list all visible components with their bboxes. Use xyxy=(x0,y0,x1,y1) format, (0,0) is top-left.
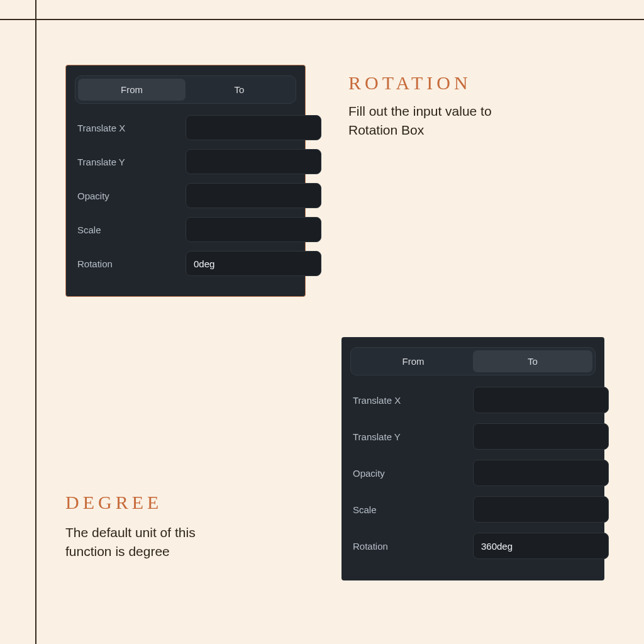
label-translate-x: Translate X xyxy=(75,123,186,133)
caption-degree: The default unit of this function is deg… xyxy=(65,523,229,562)
row-opacity: Opacity xyxy=(350,460,596,486)
input-translate-x[interactable] xyxy=(186,115,321,140)
label-rotation: Rotation xyxy=(75,258,186,269)
row-scale: Scale xyxy=(75,217,296,242)
row-rotation: Rotation xyxy=(350,533,596,559)
row-scale: Scale xyxy=(350,496,596,523)
label-scale: Scale xyxy=(350,504,473,515)
heading-rotation: ROTATION xyxy=(348,72,472,94)
input-rotation[interactable] xyxy=(186,251,321,276)
row-opacity: Opacity xyxy=(75,183,296,208)
input-scale[interactable] xyxy=(473,496,609,523)
label-opacity: Opacity xyxy=(75,191,186,201)
input-opacity[interactable] xyxy=(473,460,609,486)
input-translate-x[interactable] xyxy=(473,387,609,413)
horizontal-rule xyxy=(0,19,644,20)
input-translate-y[interactable] xyxy=(186,149,321,174)
row-translate-y: Translate Y xyxy=(350,423,596,450)
tab-from[interactable]: From xyxy=(353,350,473,372)
label-translate-y: Translate Y xyxy=(75,157,186,167)
rotation-panel-from: From To Translate X Translate Y Opacity … xyxy=(65,65,306,297)
input-opacity[interactable] xyxy=(186,183,321,208)
heading-degree: DEGREE xyxy=(65,492,162,513)
tab-to[interactable]: To xyxy=(473,350,592,372)
label-translate-y: Translate Y xyxy=(350,431,473,442)
input-scale[interactable] xyxy=(186,217,321,242)
row-rotation: Rotation xyxy=(75,251,296,276)
vertical-rule xyxy=(35,0,36,644)
input-rotation[interactable] xyxy=(473,533,609,559)
tab-group: From To xyxy=(350,347,596,375)
rotation-panel-to: From To Translate X Translate Y Opacity … xyxy=(341,337,604,580)
label-rotation: Rotation xyxy=(350,541,473,552)
label-scale: Scale xyxy=(75,225,186,235)
row-translate-x: Translate X xyxy=(75,115,296,140)
tab-to[interactable]: To xyxy=(186,79,293,101)
label-opacity: Opacity xyxy=(350,468,473,479)
caption-rotation: Fill out the input value to Rotation Box xyxy=(348,102,537,140)
row-translate-y: Translate Y xyxy=(75,149,296,174)
label-translate-x: Translate X xyxy=(350,395,473,406)
tab-from[interactable]: From xyxy=(78,79,186,101)
row-translate-x: Translate X xyxy=(350,387,596,413)
tab-group: From To xyxy=(75,75,296,104)
input-translate-y[interactable] xyxy=(473,423,609,450)
